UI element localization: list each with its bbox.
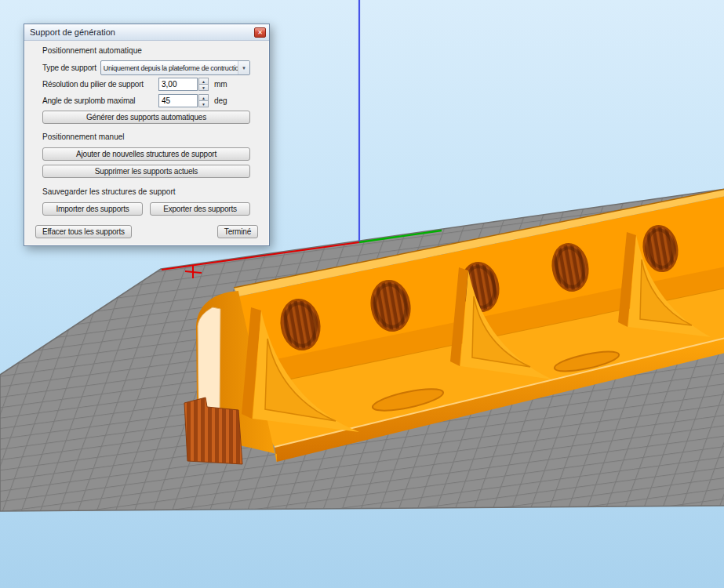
spin-down-icon: ▼	[202, 85, 206, 90]
done-button[interactable]: Terminé	[217, 225, 258, 238]
overhang-angle-row: Angle de surplomb maximal ▲ ▼ deg	[42, 94, 250, 107]
export-supports-button[interactable]: Exporter des supports	[150, 202, 250, 216]
spin-up-icon: ▲	[202, 79, 206, 84]
import-export-row: Importer des supports Exporter des suppo…	[42, 202, 250, 216]
chevron-down-icon: ▼	[238, 61, 249, 74]
overhang-angle-spinner: ▲ ▼	[198, 94, 209, 107]
dialog-footer: Effacer tous les supports Terminé	[24, 216, 269, 245]
overhang-angle-label: Angle de surplomb maximal	[42, 96, 158, 105]
dialog-content: Positionnement automatique Type de suppo…	[24, 41, 269, 216]
manual-section-heading: Positionnement manuel	[42, 132, 250, 141]
auto-section-heading: Positionnement automatique	[42, 46, 250, 55]
dialog-titlebar[interactable]: Support de génération ✕	[24, 24, 269, 41]
application-window: Support de génération ✕ Positionnement a…	[0, 0, 724, 588]
pillar-resolution-label: Résolution du pilier de support	[42, 80, 158, 89]
support-type-label: Type de support	[42, 64, 96, 72]
support-generation-dialog: Support de génération ✕ Positionnement a…	[24, 24, 270, 246]
pillar-resolution-spinner: ▲ ▼	[198, 78, 209, 91]
support-type-select[interactable]: Uniquement depuis la plateforme de contr…	[100, 60, 250, 75]
angle-spin-down-button[interactable]: ▼	[198, 100, 209, 107]
spin-up-icon: ▲	[202, 96, 206, 100]
generate-supports-button[interactable]: Générer des supports automatiques	[42, 111, 250, 124]
save-section-heading: Sauvegarder les structures de support	[42, 187, 250, 196]
spin-down-icon: ▼	[202, 102, 206, 107]
add-supports-button[interactable]: Ajouter de nouvelles structures de suppo…	[42, 147, 250, 161]
support-type-value: Uniquement depuis la plateforme de contr…	[101, 64, 238, 72]
close-icon: ✕	[257, 29, 263, 36]
support-type-row: Type de support Uniquement depuis la pla…	[42, 61, 250, 74]
import-supports-button[interactable]: Importer des supports	[42, 202, 143, 216]
remove-supports-button[interactable]: Supprimer les supports actuels	[42, 165, 250, 178]
pillar-resolution-input[interactable]	[158, 78, 198, 91]
clear-all-supports-button[interactable]: Effacer tous les supports	[35, 225, 132, 238]
pillar-resolution-row: Résolution du pilier de support ▲ ▼ mm	[42, 78, 250, 91]
resolution-unit-label: mm	[214, 80, 227, 89]
angle-unit-label: deg	[214, 96, 227, 105]
overhang-angle-input[interactable]	[158, 94, 198, 107]
resolution-spin-down-button[interactable]: ▼	[198, 84, 209, 91]
close-button[interactable]: ✕	[254, 27, 266, 38]
dialog-title: Support de génération	[30, 27, 254, 37]
